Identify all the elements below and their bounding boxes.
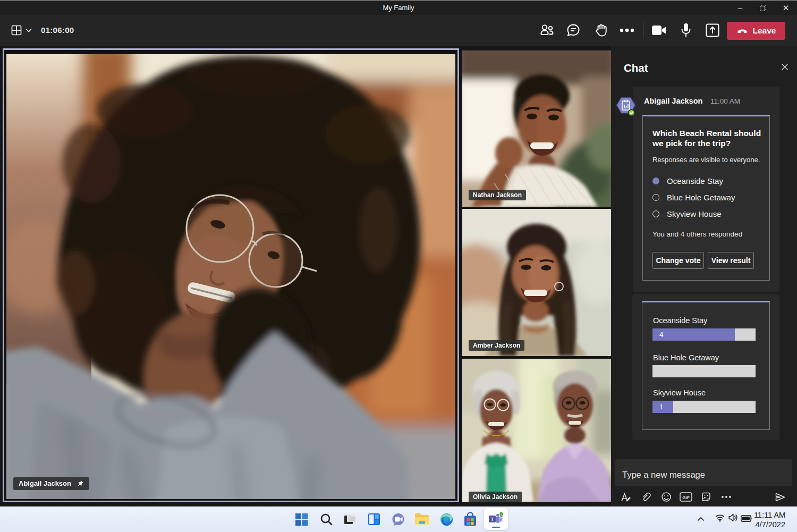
svg-text:T: T [491,516,494,522]
svg-text:GIF: GIF [682,495,689,500]
